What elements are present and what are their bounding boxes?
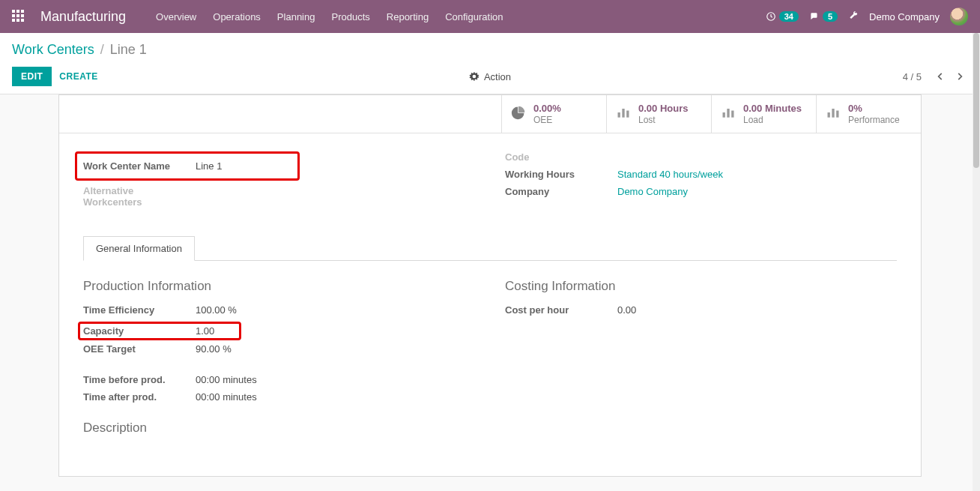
pager-prev[interactable] bbox=[932, 68, 949, 85]
stat-buttons: 0.00%OEE 0.00 HoursLost 0.00 MinutesLoad… bbox=[59, 95, 921, 133]
kpi-value: 0% bbox=[848, 103, 900, 115]
chevron-left-icon bbox=[935, 71, 946, 82]
breadcrumb-current: Line 1 bbox=[110, 42, 147, 58]
section-description: Description bbox=[83, 421, 475, 436]
kpi-value: 0.00% bbox=[533, 103, 561, 115]
svg-rect-8 bbox=[832, 109, 834, 118]
top-nav: Manufacturing Overview Operations Planni… bbox=[0, 0, 980, 33]
menu-operations[interactable]: Operations bbox=[213, 11, 261, 22]
control-panel: Work Centers / Line 1 EDIT CREATE Action… bbox=[0, 33, 980, 94]
cost-per-hour-label: Cost per hour bbox=[505, 304, 617, 316]
time-before-label: Time before prod. bbox=[83, 374, 196, 385]
kpi-value: 0.00 Minutes bbox=[743, 103, 802, 115]
chevron-right-icon bbox=[955, 71, 965, 82]
apps-icon[interactable] bbox=[12, 10, 25, 23]
name-value: Line 1 bbox=[196, 160, 222, 172]
company-switcher[interactable]: Demo Company bbox=[869, 11, 940, 22]
pager-next[interactable] bbox=[952, 68, 968, 85]
debug-button[interactable] bbox=[848, 10, 859, 23]
svg-rect-7 bbox=[828, 112, 830, 118]
kpi-label: Lost bbox=[638, 115, 688, 125]
user-avatar[interactable] bbox=[950, 7, 968, 25]
highlight-capacity: Capacity 1.00 bbox=[78, 322, 241, 340]
kpi-label: OEE bbox=[533, 115, 561, 125]
svg-rect-5 bbox=[727, 109, 729, 118]
nav-right: 34 5 Demo Company bbox=[766, 7, 968, 25]
kpi-label: Performance bbox=[848, 115, 900, 125]
menu-overview[interactable]: Overview bbox=[156, 11, 196, 22]
cost-per-hour-value: 0.00 bbox=[617, 304, 636, 316]
oee-target-value: 90.00 % bbox=[196, 343, 232, 355]
company-label: Company bbox=[505, 186, 617, 197]
menu-planning[interactable]: Planning bbox=[277, 11, 315, 22]
action-dropdown[interactable]: Action bbox=[469, 71, 511, 82]
breadcrumb: Work Centers / Line 1 bbox=[12, 42, 968, 58]
clock-icon bbox=[766, 11, 776, 22]
working-hours-value[interactable]: Standard 40 hours/week bbox=[617, 169, 723, 180]
kpi-load[interactable]: 0.00 MinutesLoad bbox=[711, 95, 816, 133]
svg-rect-2 bbox=[622, 109, 624, 118]
menu-configuration[interactable]: Configuration bbox=[445, 11, 503, 22]
breadcrumb-sep: / bbox=[100, 42, 104, 58]
app-brand[interactable]: Manufacturing bbox=[40, 9, 126, 25]
menu-reporting[interactable]: Reporting bbox=[387, 11, 429, 22]
activities-button[interactable]: 34 bbox=[766, 11, 799, 22]
pager-text[interactable]: 4 / 5 bbox=[903, 71, 922, 82]
time-after-label: Time after prod. bbox=[83, 391, 196, 403]
company-value[interactable]: Demo Company bbox=[617, 186, 688, 197]
working-hours-label: Working Hours bbox=[505, 169, 617, 180]
svg-rect-9 bbox=[836, 111, 838, 118]
bar-chart-icon bbox=[616, 105, 631, 122]
scrollbar[interactable] bbox=[973, 33, 980, 491]
svg-rect-6 bbox=[731, 111, 734, 118]
name-label: Work Center Name bbox=[83, 160, 196, 172]
oee-target-label: OEE Target bbox=[83, 343, 196, 355]
form-scroll: 0.00%OEE 0.00 HoursLost 0.00 MinutesLoad… bbox=[0, 94, 980, 487]
svg-rect-4 bbox=[723, 112, 725, 118]
menu-products[interactable]: Products bbox=[331, 11, 369, 22]
kpi-lost[interactable]: 0.00 HoursLost bbox=[606, 95, 711, 133]
messages-button[interactable]: 5 bbox=[809, 11, 838, 22]
capacity-label: Capacity bbox=[83, 325, 196, 337]
kpi-performance[interactable]: 0%Performance bbox=[816, 95, 921, 133]
right-column: Code Working Hours Standard 40 hours/wee… bbox=[505, 151, 897, 214]
edit-button[interactable]: EDIT bbox=[12, 67, 52, 86]
capacity-value: 1.00 bbox=[196, 325, 214, 337]
scrollbar-thumb[interactable] bbox=[973, 33, 979, 168]
create-button[interactable]: CREATE bbox=[59, 71, 97, 82]
wrench-icon bbox=[848, 10, 859, 21]
tab-general-information[interactable]: General Information bbox=[83, 236, 195, 261]
messages-count: 5 bbox=[823, 11, 838, 22]
kpi-value: 0.00 Hours bbox=[638, 103, 688, 115]
activities-count: 34 bbox=[779, 11, 799, 22]
section-costing: Costing Information bbox=[505, 279, 897, 294]
alt-workcenters-label: Alternative Workcenters bbox=[83, 185, 196, 208]
left-column: Work Center Name Line 1 Alternative Work… bbox=[83, 151, 475, 214]
bar-chart-icon bbox=[721, 105, 736, 122]
time-after-value: 00:00 minutes bbox=[196, 391, 257, 403]
time-efficiency-value: 100.00 % bbox=[196, 304, 237, 316]
breadcrumb-parent[interactable]: Work Centers bbox=[12, 42, 94, 58]
code-label: Code bbox=[505, 151, 617, 163]
time-before-value: 00:00 minutes bbox=[196, 374, 257, 385]
action-label: Action bbox=[484, 71, 511, 82]
svg-rect-3 bbox=[626, 111, 629, 118]
kpi-label: Load bbox=[743, 115, 802, 125]
tabs: General Information bbox=[83, 236, 897, 261]
section-production: Production Information bbox=[83, 279, 475, 294]
svg-rect-1 bbox=[618, 112, 620, 118]
pie-chart-icon bbox=[511, 105, 526, 122]
gear-icon bbox=[469, 71, 480, 82]
bar-chart-icon bbox=[826, 105, 841, 122]
main-menu: Overview Operations Planning Products Re… bbox=[156, 11, 766, 22]
highlight-name: Work Center Name Line 1 bbox=[75, 151, 300, 181]
form-sheet: 0.00%OEE 0.00 HoursLost 0.00 MinutesLoad… bbox=[58, 94, 922, 477]
time-efficiency-label: Time Efficiency bbox=[83, 304, 196, 316]
comments-icon bbox=[809, 11, 820, 22]
kpi-oee[interactable]: 0.00%OEE bbox=[501, 95, 606, 133]
